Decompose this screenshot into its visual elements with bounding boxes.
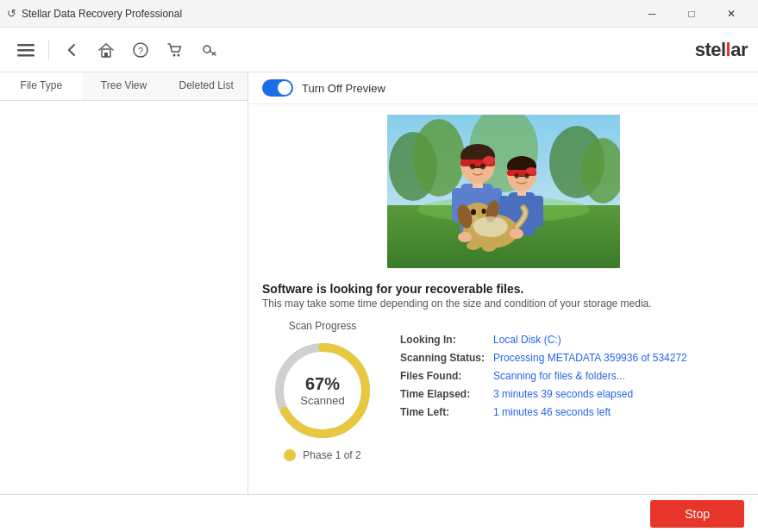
stop-button[interactable]: Stop — [650, 500, 744, 528]
photo-container — [248, 104, 758, 275]
bottom-bar: Stop — [0, 494, 758, 532]
scan-progress-section: Scan Progress 67% Scanned — [248, 313, 758, 468]
preview-image — [387, 115, 620, 268]
svg-rect-37 — [534, 196, 543, 227]
time-left-label: Time Left: — [400, 406, 486, 418]
title-bar-title: Stellar Data Recovery Professional — [22, 8, 182, 20]
scanning-status-row: Scanning Status: Processing METADATA 359… — [400, 352, 744, 364]
files-found-value: Scanning for files & folders... — [493, 370, 625, 382]
files-found-row: Files Found: Scanning for files & folder… — [400, 370, 744, 382]
svg-point-7 — [173, 53, 176, 56]
sidebar-tabs: File Type Tree View Deleted List — [0, 72, 247, 101]
logo: stellar — [695, 39, 748, 61]
phase-dot — [284, 449, 296, 461]
sidebar: File Type Tree View Deleted List ◀ ▶ — [0, 72, 248, 494]
svg-point-49 — [458, 232, 472, 242]
files-found-label: Files Found: — [400, 370, 486, 382]
logo-accent: l — [726, 39, 731, 60]
title-bar: ↺ Stellar Data Recovery Professional ─ □… — [0, 0, 758, 28]
progress-title: Scan Progress — [289, 320, 357, 332]
home-button[interactable] — [91, 34, 122, 66]
svg-point-12 — [413, 119, 465, 197]
scanning-status-value: Processing METADATA 359936 of 534272 — [493, 352, 687, 364]
svg-rect-1 — [17, 49, 34, 52]
svg-point-48 — [482, 243, 496, 252]
svg-point-34 — [514, 173, 518, 178]
progress-percent: 67% — [300, 374, 344, 394]
title-bar-left: ↺ Stellar Data Recovery Professional — [7, 7, 182, 20]
looking-in-label: Looking In: — [400, 334, 486, 346]
svg-rect-4 — [104, 53, 108, 57]
tab-file-type[interactable]: File Type — [0, 72, 83, 100]
preview-bar: Turn Off Preview — [248, 72, 758, 104]
svg-point-25 — [480, 164, 485, 170]
logo-text: stellar — [695, 39, 748, 60]
progress-left: Scan Progress 67% Scanned — [262, 320, 383, 461]
minimize-button[interactable]: ─ — [632, 0, 672, 28]
toolbar: ? stellar — [0, 28, 758, 72]
time-elapsed-row: Time Elapsed: 3 minutes 39 seconds elaps… — [400, 388, 744, 400]
main-container: File Type Tree View Deleted List ◀ ▶ Tur… — [0, 72, 758, 494]
circular-progress: 67% Scanned — [271, 339, 374, 442]
circular-progress-text: 67% Scanned — [300, 374, 344, 407]
svg-text:?: ? — [138, 46, 143, 56]
looking-in-row: Looking In: Local Disk (C:) — [400, 334, 744, 346]
content-area: Turn Off Preview — [248, 72, 758, 494]
key-icon — [201, 41, 218, 59]
help-button[interactable]: ? — [125, 34, 156, 66]
menu-button[interactable] — [10, 34, 41, 66]
svg-point-9 — [204, 46, 210, 53]
svg-point-23 — [483, 156, 495, 165]
svg-point-43 — [481, 209, 485, 214]
progress-right: Looking In: Local Disk (C:) Scanning Sta… — [400, 320, 744, 461]
scan-status-main: Software is looking for your recoverable… — [262, 282, 744, 296]
time-left-value: 1 minutes 46 seconds left — [493, 406, 611, 418]
menu-icon — [17, 41, 34, 59]
time-left-row: Time Left: 1 minutes 46 seconds left — [400, 406, 744, 418]
cart-icon — [166, 41, 184, 59]
svg-point-8 — [178, 53, 180, 56]
looking-in-value: Local Disk (C:) — [493, 334, 561, 346]
svg-point-46 — [473, 216, 508, 237]
title-bar-controls: ─ □ ✕ — [632, 0, 751, 28]
progress-label: Scanned — [300, 394, 344, 407]
svg-point-47 — [467, 241, 480, 250]
scanning-status-label: Scanning Status: — [400, 352, 486, 364]
cart-button[interactable] — [160, 34, 191, 66]
svg-point-35 — [524, 173, 529, 178]
preview-toggle[interactable] — [262, 79, 293, 97]
back-button[interactable] — [56, 34, 87, 66]
back-icon — [64, 42, 79, 58]
title-bar-icon: ↺ — [7, 7, 16, 20]
help-icon: ? — [132, 41, 149, 59]
time-elapsed-label: Time Elapsed: — [400, 388, 486, 400]
svg-point-50 — [510, 228, 523, 239]
close-button[interactable]: ✕ — [711, 0, 751, 28]
toolbar-divider — [48, 40, 49, 60]
maximize-button[interactable]: □ — [672, 0, 711, 28]
home-icon — [97, 41, 115, 59]
tab-deleted-list[interactable]: Deleted List — [165, 72, 247, 100]
svg-point-42 — [471, 210, 476, 216]
tab-tree-view[interactable]: Tree View — [83, 72, 166, 100]
scan-status-sub: This may take some time depending on the… — [262, 297, 744, 310]
scan-status-text: Software is looking for your recoverable… — [248, 275, 758, 313]
preview-label: Turn Off Preview — [302, 82, 385, 95]
svg-rect-2 — [17, 54, 34, 57]
svg-rect-0 — [17, 44, 34, 47]
svg-point-33 — [526, 167, 536, 174]
svg-point-24 — [470, 164, 475, 170]
key-button[interactable] — [194, 34, 225, 66]
photo-preview — [387, 115, 620, 268]
sidebar-content — [0, 101, 247, 494]
time-elapsed-value: 3 minutes 39 seconds elapsed — [493, 388, 633, 400]
phase-text: Phase 1 of 2 — [303, 449, 360, 461]
phase-indicator: Phase 1 of 2 — [284, 449, 360, 461]
